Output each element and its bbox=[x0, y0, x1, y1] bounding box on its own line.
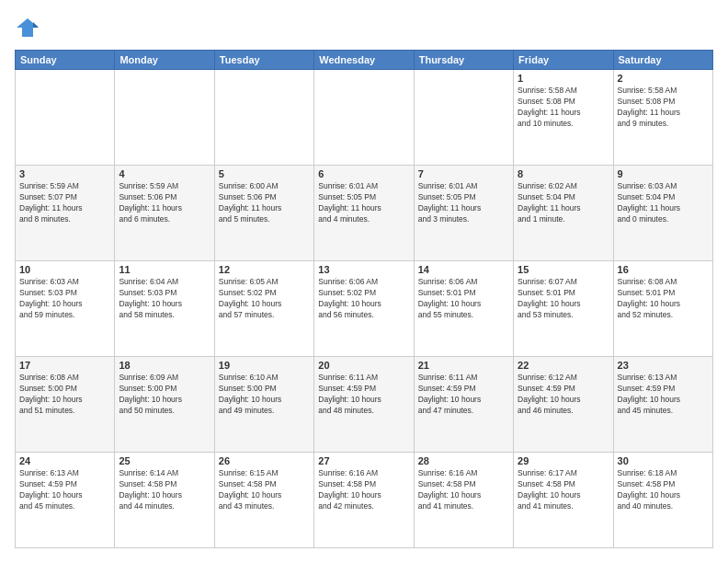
calendar-cell: 11Sunrise: 6:04 AM Sunset: 5:03 PM Dayli… bbox=[115, 261, 214, 357]
day-header-tuesday: Tuesday bbox=[214, 51, 313, 70]
calendar-cell bbox=[16, 70, 115, 166]
day-header-friday: Friday bbox=[514, 51, 613, 70]
day-header-saturday: Saturday bbox=[613, 51, 712, 70]
day-number: 29 bbox=[518, 455, 609, 466]
day-number: 1 bbox=[518, 73, 609, 84]
calendar-cell: 27Sunrise: 6:16 AM Sunset: 4:58 PM Dayli… bbox=[314, 453, 414, 548]
calendar-cell: 9Sunrise: 6:03 AM Sunset: 5:04 PM Daylig… bbox=[613, 166, 712, 261]
day-info: Sunrise: 5:58 AM Sunset: 5:08 PM Dayligh… bbox=[518, 86, 609, 130]
day-info: Sunrise: 6:10 AM Sunset: 5:00 PM Dayligh… bbox=[219, 373, 310, 417]
calendar-cell bbox=[414, 70, 513, 166]
calendar-cell: 26Sunrise: 6:15 AM Sunset: 4:58 PM Dayli… bbox=[214, 453, 313, 548]
day-number: 19 bbox=[219, 360, 310, 371]
day-number: 21 bbox=[418, 360, 509, 371]
day-number: 8 bbox=[518, 168, 609, 179]
calendar-cell: 18Sunrise: 6:09 AM Sunset: 5:00 PM Dayli… bbox=[115, 357, 214, 453]
day-number: 17 bbox=[19, 360, 110, 371]
day-info: Sunrise: 6:08 AM Sunset: 5:00 PM Dayligh… bbox=[19, 373, 110, 417]
day-info: Sunrise: 6:03 AM Sunset: 5:03 PM Dayligh… bbox=[19, 277, 110, 321]
calendar-cell: 14Sunrise: 6:06 AM Sunset: 5:01 PM Dayli… bbox=[414, 261, 513, 357]
day-number: 5 bbox=[219, 168, 310, 179]
day-number: 28 bbox=[418, 455, 509, 466]
calendar-cell: 8Sunrise: 6:02 AM Sunset: 5:04 PM Daylig… bbox=[514, 166, 613, 261]
page: SundayMondayTuesdayWednesdayThursdayFrid… bbox=[0, 0, 728, 563]
day-info: Sunrise: 6:11 AM Sunset: 4:59 PM Dayligh… bbox=[318, 373, 409, 417]
day-info: Sunrise: 5:58 AM Sunset: 5:08 PM Dayligh… bbox=[618, 86, 709, 130]
day-number: 20 bbox=[318, 360, 409, 371]
day-info: Sunrise: 6:01 AM Sunset: 5:05 PM Dayligh… bbox=[418, 181, 509, 225]
day-number: 23 bbox=[618, 360, 709, 371]
day-number: 14 bbox=[418, 264, 509, 275]
day-info: Sunrise: 6:03 AM Sunset: 5:04 PM Dayligh… bbox=[618, 181, 709, 225]
day-info: Sunrise: 6:15 AM Sunset: 4:58 PM Dayligh… bbox=[219, 468, 310, 512]
day-number: 4 bbox=[119, 168, 210, 179]
week-row-1: 3Sunrise: 5:59 AM Sunset: 5:07 PM Daylig… bbox=[16, 166, 713, 261]
calendar-cell: 29Sunrise: 6:17 AM Sunset: 4:58 PM Dayli… bbox=[514, 453, 613, 548]
day-number: 26 bbox=[219, 455, 310, 466]
day-number: 7 bbox=[418, 168, 509, 179]
calendar-cell: 28Sunrise: 6:16 AM Sunset: 4:58 PM Dayli… bbox=[414, 453, 513, 548]
day-info: Sunrise: 6:12 AM Sunset: 4:59 PM Dayligh… bbox=[518, 373, 609, 417]
day-number: 11 bbox=[119, 264, 210, 275]
day-info: Sunrise: 6:02 AM Sunset: 5:04 PM Dayligh… bbox=[518, 181, 609, 225]
calendar-cell: 20Sunrise: 6:11 AM Sunset: 4:59 PM Dayli… bbox=[314, 357, 414, 453]
calendar-cell: 15Sunrise: 6:07 AM Sunset: 5:01 PM Dayli… bbox=[514, 261, 613, 357]
day-number: 18 bbox=[119, 360, 210, 371]
calendar-cell bbox=[214, 70, 313, 166]
day-info: Sunrise: 6:05 AM Sunset: 5:02 PM Dayligh… bbox=[219, 277, 310, 321]
day-info: Sunrise: 6:07 AM Sunset: 5:01 PM Dayligh… bbox=[518, 277, 609, 321]
calendar-cell: 22Sunrise: 6:12 AM Sunset: 4:59 PM Dayli… bbox=[514, 357, 613, 453]
logo-icon bbox=[15, 15, 40, 40]
day-info: Sunrise: 5:59 AM Sunset: 5:06 PM Dayligh… bbox=[119, 181, 210, 225]
calendar-cell: 13Sunrise: 6:06 AM Sunset: 5:02 PM Dayli… bbox=[314, 261, 414, 357]
calendar-table: SundayMondayTuesdayWednesdayThursdayFrid… bbox=[15, 50, 713, 548]
header bbox=[15, 15, 713, 40]
day-header-monday: Monday bbox=[115, 51, 214, 70]
day-info: Sunrise: 6:16 AM Sunset: 4:58 PM Dayligh… bbox=[318, 468, 409, 512]
svg-marker-1 bbox=[33, 22, 39, 28]
day-header-thursday: Thursday bbox=[414, 51, 513, 70]
calendar-cell: 7Sunrise: 6:01 AM Sunset: 5:05 PM Daylig… bbox=[414, 166, 513, 261]
calendar-cell: 10Sunrise: 6:03 AM Sunset: 5:03 PM Dayli… bbox=[16, 261, 115, 357]
day-info: Sunrise: 6:04 AM Sunset: 5:03 PM Dayligh… bbox=[119, 277, 210, 321]
day-number: 16 bbox=[618, 264, 709, 275]
day-info: Sunrise: 5:59 AM Sunset: 5:07 PM Dayligh… bbox=[19, 181, 110, 225]
day-number: 9 bbox=[618, 168, 709, 179]
week-row-4: 24Sunrise: 6:13 AM Sunset: 4:59 PM Dayli… bbox=[16, 453, 713, 548]
day-header-sunday: Sunday bbox=[16, 51, 115, 70]
day-info: Sunrise: 6:06 AM Sunset: 5:01 PM Dayligh… bbox=[418, 277, 509, 321]
calendar-cell: 16Sunrise: 6:08 AM Sunset: 5:01 PM Dayli… bbox=[613, 261, 712, 357]
day-number: 13 bbox=[318, 264, 409, 275]
logo bbox=[15, 15, 44, 40]
week-row-0: 1Sunrise: 5:58 AM Sunset: 5:08 PM Daylig… bbox=[16, 70, 713, 166]
calendar-cell: 12Sunrise: 6:05 AM Sunset: 5:02 PM Dayli… bbox=[214, 261, 313, 357]
calendar-header-row: SundayMondayTuesdayWednesdayThursdayFrid… bbox=[16, 51, 713, 70]
day-info: Sunrise: 6:13 AM Sunset: 4:59 PM Dayligh… bbox=[19, 468, 110, 512]
day-number: 22 bbox=[518, 360, 609, 371]
calendar-cell: 6Sunrise: 6:01 AM Sunset: 5:05 PM Daylig… bbox=[314, 166, 414, 261]
day-number: 15 bbox=[518, 264, 609, 275]
calendar-cell: 23Sunrise: 6:13 AM Sunset: 4:59 PM Dayli… bbox=[613, 357, 712, 453]
week-row-2: 10Sunrise: 6:03 AM Sunset: 5:03 PM Dayli… bbox=[16, 261, 713, 357]
day-info: Sunrise: 6:01 AM Sunset: 5:05 PM Dayligh… bbox=[318, 181, 409, 225]
day-info: Sunrise: 6:06 AM Sunset: 5:02 PM Dayligh… bbox=[318, 277, 409, 321]
calendar-cell: 17Sunrise: 6:08 AM Sunset: 5:00 PM Dayli… bbox=[16, 357, 115, 453]
calendar-cell: 30Sunrise: 6:18 AM Sunset: 4:58 PM Dayli… bbox=[613, 453, 712, 548]
calendar-cell: 24Sunrise: 6:13 AM Sunset: 4:59 PM Dayli… bbox=[16, 453, 115, 548]
day-number: 27 bbox=[318, 455, 409, 466]
day-header-wednesday: Wednesday bbox=[314, 51, 414, 70]
calendar-cell: 19Sunrise: 6:10 AM Sunset: 5:00 PM Dayli… bbox=[214, 357, 313, 453]
day-info: Sunrise: 6:14 AM Sunset: 4:58 PM Dayligh… bbox=[119, 468, 210, 512]
calendar-cell bbox=[115, 70, 214, 166]
calendar-cell: 5Sunrise: 6:00 AM Sunset: 5:06 PM Daylig… bbox=[214, 166, 313, 261]
day-number: 2 bbox=[618, 73, 709, 84]
calendar-cell: 25Sunrise: 6:14 AM Sunset: 4:58 PM Dayli… bbox=[115, 453, 214, 548]
calendar-cell: 1Sunrise: 5:58 AM Sunset: 5:08 PM Daylig… bbox=[514, 70, 613, 166]
day-info: Sunrise: 6:13 AM Sunset: 4:59 PM Dayligh… bbox=[618, 373, 709, 417]
day-info: Sunrise: 6:17 AM Sunset: 4:58 PM Dayligh… bbox=[518, 468, 609, 512]
day-info: Sunrise: 6:16 AM Sunset: 4:58 PM Dayligh… bbox=[418, 468, 509, 512]
calendar-cell: 4Sunrise: 5:59 AM Sunset: 5:06 PM Daylig… bbox=[115, 166, 214, 261]
day-number: 25 bbox=[119, 455, 210, 466]
day-info: Sunrise: 6:18 AM Sunset: 4:58 PM Dayligh… bbox=[618, 468, 709, 512]
day-info: Sunrise: 6:00 AM Sunset: 5:06 PM Dayligh… bbox=[219, 181, 310, 225]
